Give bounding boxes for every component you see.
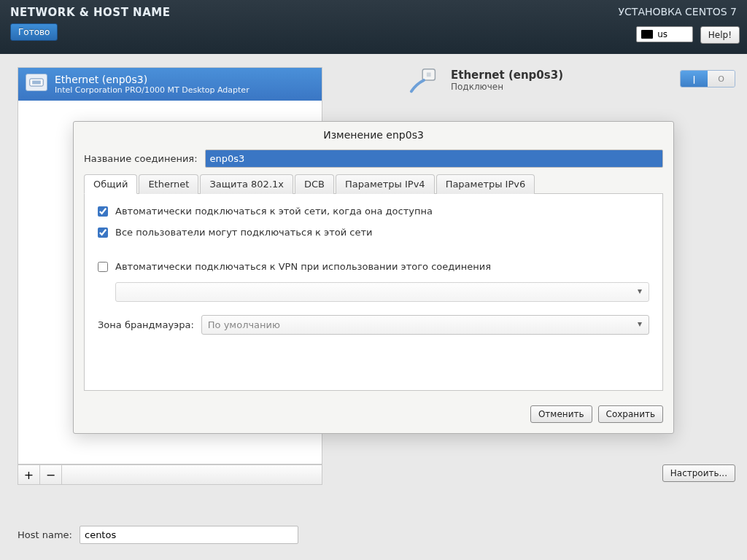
help-button[interactable]: Help! — [700, 26, 740, 44]
all-users-label: Все пользователи могут подключаться к эт… — [115, 227, 373, 238]
network-summary: Ethernet (enp0s3) Подключен — [409, 67, 563, 93]
save-button[interactable]: Сохранить — [598, 405, 664, 423]
add-interface-button[interactable]: + — [18, 465, 40, 484]
auto-connect-label: Автоматически подключаться к этой сети, … — [115, 206, 433, 217]
all-users-checkbox[interactable] — [98, 228, 108, 238]
nic-icon — [26, 74, 47, 91]
connection-toggle[interactable]: | O — [680, 70, 735, 88]
toggle-off: O — [708, 71, 735, 87]
connection-name-label: Название соединения: — [84, 153, 198, 164]
cancel-button[interactable]: Отменить — [530, 405, 592, 423]
firewall-zone-label: Зона брандмауэра: — [98, 319, 194, 330]
dialog-tabs: Общий Ethernet Защита 802.1x DCB Парамет… — [84, 174, 663, 194]
nic-title: Ethernet (enp0s3) — [55, 74, 249, 85]
connection-name-input[interactable] — [205, 149, 663, 168]
remove-interface-button[interactable]: − — [40, 465, 62, 484]
add-remove-toolbar: + − — [18, 464, 322, 485]
tab-dcb[interactable]: DCB — [295, 174, 334, 194]
svg-rect-1 — [32, 81, 41, 85]
tab-general[interactable]: Общий — [84, 174, 137, 194]
summary-status: Подключен — [451, 82, 563, 92]
dialog-title: Изменение enp0s3 — [74, 122, 673, 147]
plug-icon — [409, 67, 442, 93]
done-button[interactable]: Готово — [10, 23, 58, 41]
keyboard-layout-label: us — [657, 29, 667, 39]
tab-ethernet[interactable]: Ethernet — [139, 174, 198, 194]
hostname-input[interactable] — [80, 526, 298, 544]
hostname-label: Host name: — [18, 529, 72, 540]
hostname-row: Host name: — [18, 526, 298, 544]
svg-rect-3 — [427, 72, 431, 77]
edit-connection-dialog: Изменение enp0s3 Название соединения: Об… — [73, 121, 674, 434]
keyboard-icon — [641, 30, 653, 39]
network-list-item[interactable]: Ethernet (enp0s3) Intel Corporation PRO/… — [18, 68, 322, 101]
configure-button[interactable]: Настроить... — [662, 464, 735, 482]
tab-ipv4[interactable]: Параметры IPv4 — [336, 174, 435, 194]
summary-title: Ethernet (enp0s3) — [451, 69, 563, 82]
tab-panel-general: Автоматически подключаться к этой сети, … — [84, 194, 663, 391]
installer-title: УСТАНОВКА CENTOS 7 — [619, 6, 737, 18]
firewall-zone-select[interactable]: По умолчанию — [201, 315, 649, 335]
toggle-on: | — [681, 71, 708, 87]
vpn-select[interactable] — [115, 282, 649, 302]
auto-connect-checkbox[interactable] — [98, 206, 108, 217]
keyboard-layout-indicator[interactable]: us — [636, 26, 693, 42]
tab-8021x[interactable]: Защита 802.1x — [200, 174, 293, 194]
vpn-autoconnect-label: Автоматически подключаться к VPN при исп… — [115, 261, 491, 272]
tab-ipv6[interactable]: Параметры IPv6 — [436, 174, 535, 194]
nic-subtitle: Intel Corporation PRO/1000 MT Desktop Ad… — [55, 85, 249, 95]
vpn-autoconnect-checkbox[interactable] — [98, 262, 108, 272]
